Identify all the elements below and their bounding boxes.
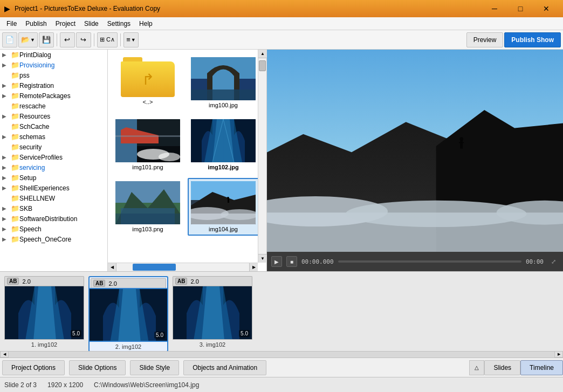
timeline-view-button[interactable]: Timeline bbox=[520, 360, 563, 375]
folder-tab bbox=[123, 57, 142, 61]
slide-thumb-1[interactable]: AB 2.0 5.0 1. img102 bbox=[4, 276, 84, 348]
slide-ab-value-2: 2.0 bbox=[108, 280, 116, 287]
tree-item-printdialog[interactable]: ▶ 📁 PrintDialog bbox=[0, 50, 107, 60]
minimize-button[interactable]: ─ bbox=[482, 0, 507, 17]
slide-image-3[interactable]: 5.0 bbox=[173, 286, 252, 340]
tree-item-schemas[interactable]: ▶ 📁 schemas bbox=[0, 132, 107, 142]
menu-help[interactable]: Help bbox=[135, 17, 157, 30]
slide-options-button[interactable]: Slide Options bbox=[69, 360, 126, 375]
tree-item-security[interactable]: ▶ 📁 security bbox=[0, 142, 107, 152]
slide-label-2: 2. img102 bbox=[115, 343, 141, 350]
tree-item-speech-onecore[interactable]: ▶ 📁 Speech_OneCore bbox=[0, 234, 107, 244]
open-dropdown-icon[interactable]: ▼ bbox=[30, 37, 35, 43]
publish-show-button[interactable]: Publish Show bbox=[504, 32, 561, 47]
image-thumbnail bbox=[191, 57, 256, 100]
slide-header-2: AB 2.0 bbox=[91, 278, 166, 288]
slide-header-1: AB 2.0 bbox=[4, 276, 84, 286]
tree-item-rescache[interactable]: ▶ 📁 rescache bbox=[0, 101, 107, 111]
tree-item-skb[interactable]: ▶ 📁 SKB bbox=[0, 203, 107, 214]
menu-publish[interactable]: Publish bbox=[21, 17, 51, 30]
fb-scroll-down[interactable]: ▼ bbox=[258, 254, 267, 263]
ab-badge-2: AB bbox=[93, 280, 105, 287]
tree-item-remotepackages[interactable]: ▶ 📁 RemotePackages bbox=[0, 91, 107, 101]
slide-ab-value-1: 2.0 bbox=[22, 278, 30, 285]
file-grid: ↱ <..> bbox=[112, 54, 253, 236]
app-window: ▶ Project1 - PicturesToExe Deluxe - Eval… bbox=[0, 0, 563, 392]
tree-item-serviceprofiles[interactable]: ▶ 📁 ServiceProfiles bbox=[0, 152, 107, 162]
undo-button[interactable]: ↩ bbox=[60, 32, 75, 47]
open-icon: 📂 bbox=[21, 36, 30, 44]
open-button[interactable]: 📂 ▼ bbox=[18, 32, 38, 47]
close-button[interactable]: ✕ bbox=[534, 0, 559, 17]
tree-item-setup[interactable]: ▶ 📁 Setup bbox=[0, 173, 107, 183]
progress-bar[interactable] bbox=[338, 260, 521, 263]
play-button[interactable]: ▶ bbox=[271, 256, 282, 267]
ab-badge-1: AB bbox=[7, 278, 19, 285]
objects-animation-button[interactable]: Objects and Animation bbox=[183, 360, 266, 375]
slide-thumb-3[interactable]: AB 2.0 5.0 3. img102 bbox=[173, 276, 252, 348]
redo-button[interactable]: ↪ bbox=[76, 32, 91, 47]
svg-point-10 bbox=[159, 153, 180, 161]
tree-item-resources[interactable]: ▶ 📁 Resources bbox=[0, 111, 107, 121]
tree-item-pss[interactable]: ▶ 📁 pss bbox=[0, 70, 107, 80]
new-button[interactable]: 📄 bbox=[2, 32, 17, 47]
save-button[interactable]: 💾 bbox=[39, 32, 54, 47]
tree-label: SchCache bbox=[19, 123, 49, 130]
tree-item-registration[interactable]: ▶ 📁 Registration bbox=[0, 80, 107, 91]
fullscreen-button[interactable]: ⤢ bbox=[548, 256, 559, 267]
folder-icon: 📁 bbox=[11, 71, 19, 79]
tree-item-softwaredistribution[interactable]: ▶ 📁 SoftwareDistribution bbox=[0, 214, 107, 224]
svg-rect-8 bbox=[115, 135, 180, 137]
tree-label: pss bbox=[19, 72, 30, 79]
file-item-img102[interactable]: img102.jpg bbox=[188, 116, 259, 174]
menu-settings[interactable]: Settings bbox=[103, 17, 135, 30]
screen-button[interactable]: ⊞ C∧ bbox=[97, 32, 118, 47]
tree-item-shellexperiences[interactable]: ▶ 📁 ShellExperiences bbox=[0, 183, 107, 193]
tree-arrow: ▶ bbox=[2, 216, 11, 222]
maximize-button[interactable]: □ bbox=[508, 0, 533, 17]
tree-label: rescache bbox=[19, 102, 46, 110]
view-dropdown-icon[interactable]: ▼ bbox=[131, 37, 136, 43]
fb-hscroll-left[interactable]: ◀ bbox=[108, 263, 116, 272]
menu-slide[interactable]: Slide bbox=[80, 17, 103, 30]
tree-item-provisioning[interactable]: ▶ 📁 Provisioning bbox=[0, 60, 107, 70]
folder-body: ↱ bbox=[121, 61, 175, 97]
tree-item-schcache[interactable]: ▶ 📁 SchCache bbox=[0, 121, 107, 132]
fb-vscrollbar[interactable]: ▲ ▼ bbox=[258, 50, 266, 263]
folder-icon: 📁 bbox=[11, 143, 19, 151]
fb-hscrollbar[interactable]: ◀ ▶ bbox=[108, 263, 258, 271]
tree-label: Registration bbox=[19, 82, 54, 90]
fb-hscroll-right[interactable]: ▶ bbox=[249, 263, 258, 272]
slide-style-button[interactable]: Slide Style bbox=[130, 360, 179, 375]
preview-button[interactable]: Preview bbox=[466, 32, 504, 47]
project-options-button[interactable]: Project Options bbox=[2, 360, 65, 375]
tree-label: Speech_OneCore bbox=[19, 236, 71, 243]
file-browser-content: ↱ <..> bbox=[108, 50, 266, 271]
fb-hscroll-thumb[interactable] bbox=[133, 264, 176, 271]
slide-thumb-2[interactable]: AB 2.0 5.0 2. img102 bbox=[88, 276, 168, 352]
file-item-img101[interactable]: img101.png bbox=[112, 116, 183, 174]
file-item-folder[interactable]: ↱ <..> bbox=[112, 54, 183, 112]
slide-scroll-right[interactable]: ▶ bbox=[554, 351, 563, 357]
menu-project[interactable]: Project bbox=[51, 17, 80, 30]
stop-button[interactable]: ■ bbox=[286, 256, 297, 267]
slide-image-1[interactable]: 5.0 bbox=[4, 286, 84, 340]
slide-image-2[interactable]: 5.0 bbox=[88, 288, 168, 342]
triangle-button[interactable]: △ bbox=[469, 360, 484, 375]
slides-view-button[interactable]: Slides bbox=[484, 360, 520, 375]
fb-scroll-up[interactable]: ▲ bbox=[258, 50, 267, 58]
tree-item-speech[interactable]: ▶ 📁 Speech bbox=[0, 224, 107, 234]
slide-panel-hscroll[interactable] bbox=[0, 351, 563, 357]
menu-file[interactable]: File bbox=[2, 17, 21, 30]
tree-item-shellnew[interactable]: ▶ 📁 SHELLNEW bbox=[0, 193, 107, 203]
file-item-img103[interactable]: img103.png bbox=[112, 178, 183, 236]
file-item-img100[interactable]: img100.jpg bbox=[188, 54, 259, 112]
tree-arrow: ▶ bbox=[2, 154, 11, 160]
fb-scroll-thumb[interactable] bbox=[259, 60, 266, 71]
tree-arrow: ▶ bbox=[2, 236, 11, 242]
slide-scroll-left[interactable]: ◀ bbox=[0, 351, 9, 357]
view-button[interactable]: ≡ ▼ bbox=[123, 32, 139, 47]
tree-item-servicing[interactable]: ▶ 📁 servicing bbox=[0, 162, 107, 173]
file-item-img104[interactable]: img104.jpg bbox=[188, 178, 259, 236]
file-path-info: C:\Windows\Web\Screen\img104.jpg bbox=[94, 381, 199, 389]
